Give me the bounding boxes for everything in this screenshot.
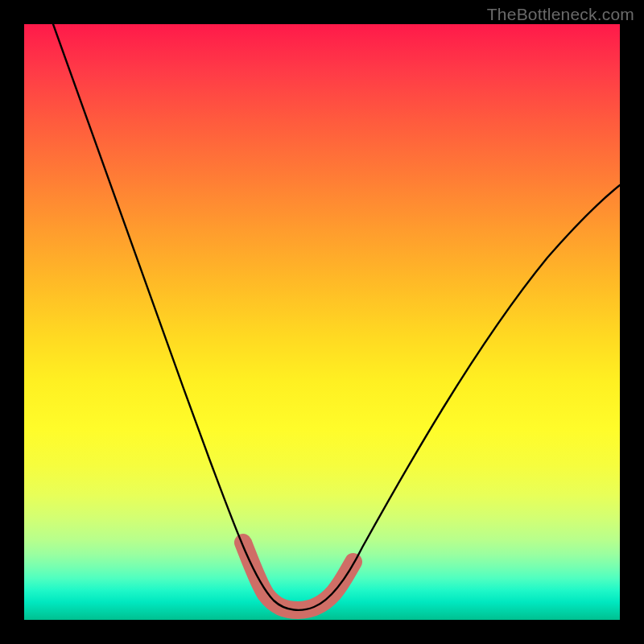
bottleneck-curve-path: [53, 24, 620, 610]
watermark-text: TheBottleneck.com: [487, 5, 634, 24]
chart-plot-area: [24, 24, 620, 620]
highlighted-minimum-segment: [243, 543, 353, 610]
chart-svg: [24, 24, 620, 620]
